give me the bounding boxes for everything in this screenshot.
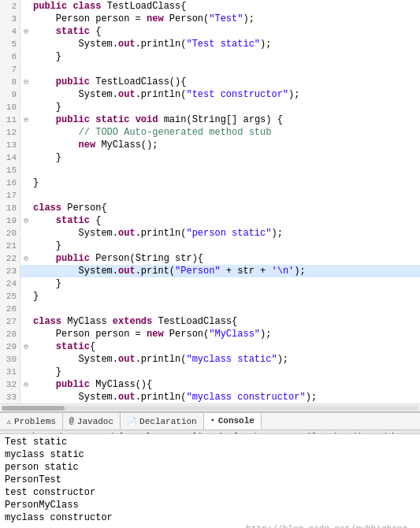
line-code: } [32, 291, 39, 302]
line-number: 6 [0, 50, 20, 63]
line-number: 26 [0, 303, 20, 315]
console-icon: ▪ [210, 416, 215, 425]
line-code: public MyClass(){ [32, 379, 152, 390]
line-code: } [32, 152, 61, 163]
console-line: person static [5, 461, 415, 474]
line-number: 13 [0, 139, 20, 151]
line-number: 9 [0, 88, 20, 101]
console-area: <terminated> TestLoadClass [Java Applica… [0, 430, 420, 528]
fold-arrow[interactable]: ⊖ [20, 342, 32, 351]
line-code: } [32, 278, 61, 289]
line-number: 33 [0, 391, 20, 403]
line-code: public Person(String str){ [32, 253, 203, 264]
line-number: 14 [0, 151, 20, 164]
console-line: test constructor [5, 486, 415, 499]
line-number: 4 [0, 25, 20, 38]
line-code: Person person = new Person("Test"); [32, 13, 255, 24]
tab-label-declaration: Declaration [139, 417, 197, 426]
code-line: 31 } [0, 366, 420, 378]
code-line: 4⊖ static { [0, 25, 420, 38]
code-line: 21 } [0, 240, 420, 252]
code-lines: 2public class TestLoadClass{3 Person per… [0, 0, 420, 403]
line-number: 10 [0, 101, 20, 113]
line-code: System.out.println("myclass constructor"… [32, 392, 317, 403]
line-number: 8 [0, 76, 20, 88]
code-line: 30 System.out.println("myclass static"); [0, 353, 420, 366]
code-line: 25} [0, 290, 420, 303]
line-code: // TODO Auto-generated method stub [32, 127, 271, 138]
line-code: class MyClass extends TestLoadClass{ [32, 316, 237, 327]
console-line: myclass constructor [5, 511, 415, 524]
line-code: } [32, 102, 61, 113]
tab-label-problems: Problems [14, 417, 56, 426]
scrollbar-track [2, 406, 418, 411]
code-line: 6 } [0, 50, 420, 63]
line-number: 17 [0, 189, 20, 202]
console-line: PersonMyClass [5, 499, 415, 511]
code-line: 23 System.out.print("Person" + str + '\n… [0, 265, 420, 277]
code-line: 12 // TODO Auto-generated method stub [0, 126, 420, 139]
code-line: 9 System.out.println("test constructor")… [0, 88, 420, 101]
line-code: public class TestLoadClass{ [32, 1, 186, 12]
line-code: System.out.print("Person" + str + '\n'); [32, 266, 306, 277]
line-number: 15 [0, 164, 20, 177]
line-number: 32 [0, 378, 20, 391]
tab-problems[interactable]: ⚠Problems [0, 413, 63, 429]
line-number: 22 [0, 252, 20, 265]
code-line: 26 [0, 303, 420, 315]
code-line: 18class Person{ [0, 202, 420, 214]
code-line: 5 System.out.println("Test static"); [0, 38, 420, 50]
tab-label-javadoc: Javadoc [77, 417, 113, 426]
horizontal-scrollbar[interactable] [0, 403, 420, 411]
tab-declaration[interactable]: 📄Declaration [121, 413, 204, 429]
code-line: 24 } [0, 277, 420, 290]
line-number: 21 [0, 240, 20, 252]
code-line: 20 System.out.println("person static"); [0, 227, 420, 240]
fold-arrow[interactable]: ⊖ [20, 77, 32, 87]
code-line: 19⊖ static { [0, 214, 420, 227]
fold-arrow[interactable]: ⊖ [20, 216, 32, 225]
fold-arrow[interactable]: ⊖ [20, 27, 32, 36]
code-line: 33 System.out.println("myclass construct… [0, 391, 420, 403]
line-code: System.out.println("test constructor"); [32, 89, 299, 100]
code-editor[interactable]: 2public class TestLoadClass{3 Person per… [0, 0, 420, 411]
line-number: 3 [0, 13, 20, 25]
code-line: 7 [0, 63, 420, 76]
line-code: class Person{ [32, 203, 107, 214]
fold-arrow[interactable]: ⊖ [20, 380, 32, 389]
line-number: 16 [0, 177, 20, 189]
line-number: 23 [0, 265, 20, 277]
fold-arrow[interactable]: ⊖ [20, 254, 32, 263]
line-number: 27 [0, 315, 20, 328]
code-line: 22⊖ public Person(String str){ [0, 252, 420, 265]
line-code: } [32, 177, 39, 188]
line-number: 12 [0, 126, 20, 139]
line-code: new MyClass(); [32, 139, 158, 151]
tab-console[interactable]: ▪Console [204, 413, 262, 429]
tab-javadoc[interactable]: @Javadoc [63, 413, 121, 429]
line-code: System.out.println("myclass static"); [32, 354, 288, 365]
scrollbar-thumb[interactable] [2, 406, 65, 411]
code-line: 13 new MyClass(); [0, 139, 420, 151]
code-line: 27class MyClass extends TestLoadClass{ [0, 315, 420, 328]
code-line: 3 Person person = new Person("Test"); [0, 13, 420, 25]
line-code: static { [32, 215, 101, 226]
code-line: 15 [0, 164, 420, 177]
fold-arrow[interactable]: ⊖ [20, 115, 32, 125]
line-code: } [32, 366, 61, 377]
console-line: myclass static [5, 448, 415, 461]
tab-bar: ⚠Problems@Javadoc📄Declaration▪Console [0, 411, 420, 430]
console-output: Test staticmyclass staticperson staticPe… [0, 434, 420, 528]
line-number: 28 [0, 328, 20, 340]
tab-label-console: Console [218, 416, 255, 426]
code-line: 32⊖ public MyClass(){ [0, 378, 420, 391]
line-code: Person person = new Person("MyClass"); [32, 329, 271, 340]
line-number: 11 [0, 113, 20, 126]
code-line: 16} [0, 177, 420, 189]
line-number: 2 [0, 0, 20, 13]
line-number: 30 [0, 353, 20, 366]
line-number: 5 [0, 38, 20, 50]
line-number: 24 [0, 277, 20, 290]
line-number: 25 [0, 290, 20, 303]
line-code: } [32, 51, 61, 62]
